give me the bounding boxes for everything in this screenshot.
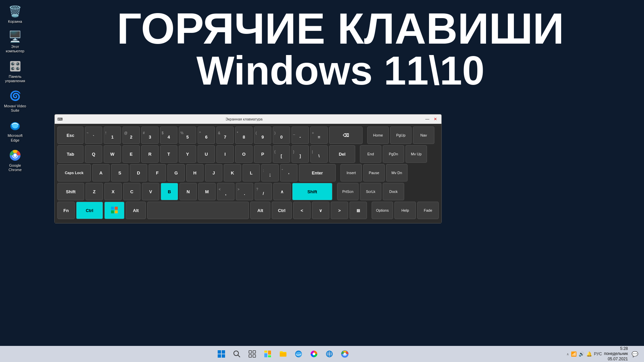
key-mv-up[interactable]: Mv Up [406,145,427,163]
key-ctrl-right[interactable]: Ctrl [272,202,292,219]
notification-center-button[interactable]: 💬 [630,347,640,361]
key-o[interactable]: O [235,145,253,163]
key-pause[interactable]: Pause [363,164,385,182]
key-win[interactable] [104,202,124,219]
start-button[interactable] [214,347,228,361]
key-8[interactable]: *8 [235,126,253,144]
key-end[interactable]: End [360,145,381,163]
key-m[interactable]: M [198,183,216,200]
key-arrow-right[interactable]: > [331,202,348,219]
key-fn[interactable]: Fn [57,202,75,219]
key-ctrl-left[interactable]: Ctrl [76,202,103,219]
taskbar-widgets-button[interactable] [261,347,275,361]
language-tray[interactable]: РУС [594,352,602,356]
desktop-icon-control-panel[interactable]: 🎛️ Панель управления [2,58,29,85]
taskbar-clock[interactable]: 5:28 понедельник 05.07.2021 [604,346,628,362]
wifi-tray-icon[interactable]: 🔊 [579,351,584,357]
key-shift-right[interactable]: Shift [292,183,332,200]
key-help[interactable]: Help [394,202,416,219]
key-y[interactable]: Y [179,145,196,163]
system-tray-chevron[interactable]: ∧ [567,352,569,356]
key-3[interactable]: #3 [141,126,159,144]
key-7[interactable]: &7 [216,126,234,144]
key-lbracket[interactable]: {[ [273,145,290,163]
key-context-menu[interactable]: ▤ [350,202,367,219]
key-scrlk[interactable]: ScrLk [360,183,381,200]
key-home[interactable]: Home [367,126,389,144]
key-n[interactable]: N [179,183,197,200]
key-0[interactable]: )0 [273,126,290,144]
key-mv-dn[interactable]: Mv Dn [386,164,408,182]
key-space[interactable] [147,202,249,219]
taskbar-chrome-button[interactable] [338,347,352,361]
key-v[interactable]: V [142,183,159,200]
key-4[interactable]: $4 [160,126,177,144]
key-l[interactable]: L [243,164,260,182]
key-period[interactable]: >. [236,183,253,200]
key-i[interactable]: I [216,145,234,163]
key-s[interactable]: S [111,164,128,182]
key-9[interactable]: (9 [254,126,271,144]
taskbar-search-button[interactable] [230,347,244,361]
key-pgdn[interactable]: PgDn [383,145,404,163]
key-a[interactable]: A [92,164,110,182]
key-f[interactable]: F [149,164,166,182]
key-arrow-down[interactable]: ∨ [312,202,329,219]
osk-minimize-button[interactable]: — [424,116,431,122]
taskbar-movavi-button[interactable] [307,347,321,361]
key-prtscn[interactable]: PrtScn [337,183,359,200]
taskbar-file-explorer-button[interactable] [276,347,290,361]
desktop-icon-edge[interactable]: Microsoft Edge [2,117,29,144]
key-alt-left[interactable]: Alt [126,202,146,219]
key-6[interactable]: ^6 [198,126,215,144]
desktop-icon-recycle[interactable]: 🗑️ Корзина [2,3,29,25]
key-equals[interactable]: += [310,126,328,144]
key-e[interactable]: E [122,145,140,163]
key-q[interactable]: Q [85,145,102,163]
key-slash[interactable]: ?/ [255,183,272,200]
taskbar-edge-button[interactable] [291,347,306,361]
key-alt-right[interactable]: Alt [250,202,270,219]
key-arrow-left[interactable]: < [293,202,311,219]
key-tilde[interactable]: ~` [85,126,102,144]
key-b[interactable]: B [161,183,178,200]
key-u[interactable]: U [198,145,215,163]
taskbar-task-view-button[interactable] [245,347,259,361]
desktop-icon-computer[interactable]: 🖥️ Этот компьютер [2,29,29,55]
key-k[interactable]: K [224,164,241,182]
key-1[interactable]: !1 [104,126,121,144]
key-enter[interactable]: Enter [299,164,336,182]
key-h[interactable]: H [186,164,204,182]
key-backspace[interactable]: ⌫ [329,126,363,144]
key-w[interactable]: W [104,145,121,163]
key-caps-lock[interactable]: Caps Lock [57,164,91,182]
taskbar-network-button[interactable] [322,347,336,361]
key-z[interactable]: Z [86,183,103,200]
key-x[interactable]: X [104,183,122,200]
key-insert[interactable]: Insert [340,164,362,182]
key-caret[interactable]: ∧ [273,183,291,200]
key-j[interactable]: J [205,164,222,182]
key-t[interactable]: T [160,145,177,163]
key-options[interactable]: Options [372,202,393,219]
osk-close-button[interactable]: ✕ [432,116,439,122]
key-5[interactable]: %5 [179,126,196,144]
key-c[interactable]: C [123,183,141,200]
key-2[interactable]: @2 [122,126,140,144]
key-esc[interactable]: Esc [57,126,84,144]
key-del[interactable]: Del [329,145,355,163]
key-d[interactable]: D [130,164,147,182]
key-quote[interactable]: "' [280,164,298,182]
desktop-icon-chrome[interactable]: Google Chrome [2,147,29,173]
key-comma[interactable]: <, [217,183,234,200]
key-fade[interactable]: Fade [417,202,439,219]
key-dock[interactable]: Dock [383,183,404,200]
volume-tray-icon[interactable]: 🔔 [586,351,592,357]
key-pgup[interactable]: PgUp [390,126,412,144]
network-tray-icon[interactable]: 📶 [571,351,577,357]
key-rbracket[interactable]: }] [291,145,309,163]
key-minus[interactable]: _- [291,126,309,144]
key-r[interactable]: R [141,145,159,163]
desktop-icon-movavi[interactable]: 🌀 Movavi Video Suite [2,88,29,114]
key-p[interactable]: P [254,145,271,163]
